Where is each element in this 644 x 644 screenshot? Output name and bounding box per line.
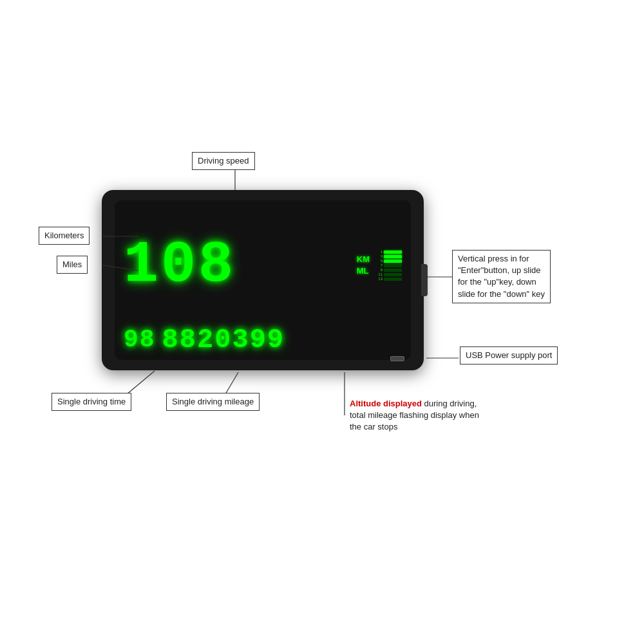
single-driving-mileage-label: Single driving mileage xyxy=(166,393,260,411)
svg-line-3 xyxy=(127,371,155,394)
driving-speed-label: Driving speed xyxy=(192,152,255,170)
device: 108 KM ML 13 11 9 7 5 3 1 xyxy=(102,190,424,370)
kilometers-label: Kilometers xyxy=(39,227,90,245)
enter-button-label: Vertical press in for"Enter"button, up s… xyxy=(452,250,551,303)
svg-line-4 xyxy=(225,372,238,394)
miles-label: Miles xyxy=(57,256,88,274)
altitude-label: Altitude displayed during driving,total … xyxy=(345,395,484,436)
unit-labels: KM ML xyxy=(357,254,370,276)
diagram-container: 108 KM ML 13 11 9 7 5 3 1 xyxy=(0,0,644,644)
unit-km: KM xyxy=(357,254,370,265)
speed-display: 108 xyxy=(124,236,357,294)
side-button[interactable] xyxy=(421,264,428,296)
screen-bottom: 98 8820399 xyxy=(115,327,411,360)
unit-ml: ML xyxy=(357,266,369,276)
usb-port xyxy=(390,356,404,361)
single-driving-time-label: Single driving time xyxy=(52,393,131,411)
usb-power-label: USB Power supply port xyxy=(460,346,558,365)
bar-rows: 13 11 9 7 5 3 1 xyxy=(377,250,402,281)
device-screen: 108 KM ML 13 11 9 7 5 3 1 xyxy=(115,200,411,360)
driving-time-display: 98 xyxy=(124,328,156,352)
mileage-display: 8820399 xyxy=(162,327,285,354)
bar-graph: 13 11 9 7 5 3 1 xyxy=(377,250,402,281)
altitude-highlight: Altitude displayed xyxy=(350,399,422,408)
